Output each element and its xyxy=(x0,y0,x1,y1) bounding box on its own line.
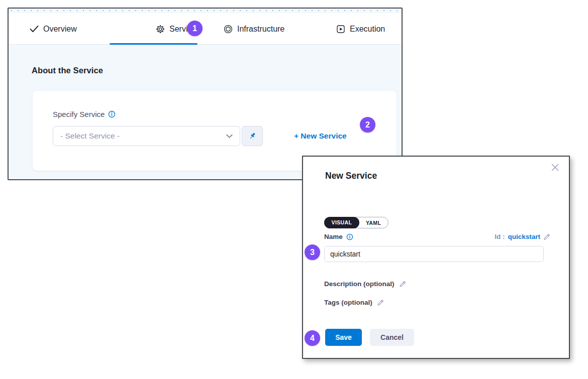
service-select-dropdown[interactable]: - Select Service - xyxy=(53,126,240,146)
id-label: Id : xyxy=(495,233,505,240)
annotation-step-1-badge: 1 xyxy=(187,21,203,36)
name-id-row: Name Id : quickstart xyxy=(324,233,550,240)
info-icon[interactable] xyxy=(346,233,353,240)
visual-yaml-toggle: VISUAL YAML xyxy=(324,217,388,228)
tab-infrastructure[interactable]: Infrastructure xyxy=(224,13,284,45)
modal-buttons: Save Cancel xyxy=(325,329,414,346)
modal-title: New Service xyxy=(325,171,377,181)
annotation-step-2-badge: 2 xyxy=(360,117,375,133)
name-label: Name xyxy=(324,233,353,240)
pipeline-stage-panel: Overview Service xyxy=(8,8,403,180)
toggle-yaml[interactable]: YAML xyxy=(359,218,388,228)
specify-service-label-text: Specify Service xyxy=(53,110,105,118)
description-row[interactable]: Description (optional) xyxy=(324,280,406,288)
stage-tab-bar: Overview Service xyxy=(9,13,402,45)
save-button[interactable]: Save xyxy=(325,329,362,346)
new-service-modal: New Service VISUAL YAML Name Id : quicks… xyxy=(302,156,570,359)
play-icon xyxy=(336,25,345,34)
service-id: Id : quickstart xyxy=(495,233,550,240)
edit-icon[interactable] xyxy=(399,281,406,288)
canvas-dot-grid xyxy=(9,9,402,13)
name-label-text: Name xyxy=(324,233,343,240)
section-title: About the Service xyxy=(32,66,103,75)
annotation-step-4-badge: 4 xyxy=(305,330,320,346)
annotation-step-3-badge: 3 xyxy=(305,244,320,260)
name-input[interactable] xyxy=(324,246,544,262)
pin-icon xyxy=(248,132,256,140)
new-service-link[interactable]: + New Service xyxy=(294,126,347,146)
edit-icon[interactable] xyxy=(377,299,384,306)
edit-icon[interactable] xyxy=(543,233,550,240)
service-select-placeholder: - Select Service - xyxy=(60,132,120,141)
tab-label: Infrastructure xyxy=(237,25,284,34)
tags-label: Tags (optional) xyxy=(324,299,372,306)
hexagon-icon xyxy=(224,25,233,34)
tab-overview[interactable]: Overview xyxy=(30,13,77,45)
tab-label: Execution xyxy=(350,25,385,34)
gear-icon xyxy=(156,25,165,34)
page: Overview Service xyxy=(0,0,588,379)
info-icon[interactable] xyxy=(108,110,116,118)
close-icon xyxy=(551,163,559,172)
specify-service-label: Specify Service xyxy=(53,110,116,118)
tags-row[interactable]: Tags (optional) xyxy=(324,299,384,306)
pin-service-button[interactable] xyxy=(242,126,263,146)
chevron-down-icon xyxy=(226,134,233,139)
toggle-visual[interactable]: VISUAL xyxy=(324,217,360,228)
cancel-button[interactable]: Cancel xyxy=(370,329,414,346)
id-value: quickstart xyxy=(508,233,540,240)
description-label: Description (optional) xyxy=(324,280,395,288)
close-button[interactable] xyxy=(551,163,559,172)
tab-execution[interactable]: Execution xyxy=(336,13,385,45)
tab-label: Overview xyxy=(43,25,77,34)
check-icon xyxy=(30,25,39,33)
